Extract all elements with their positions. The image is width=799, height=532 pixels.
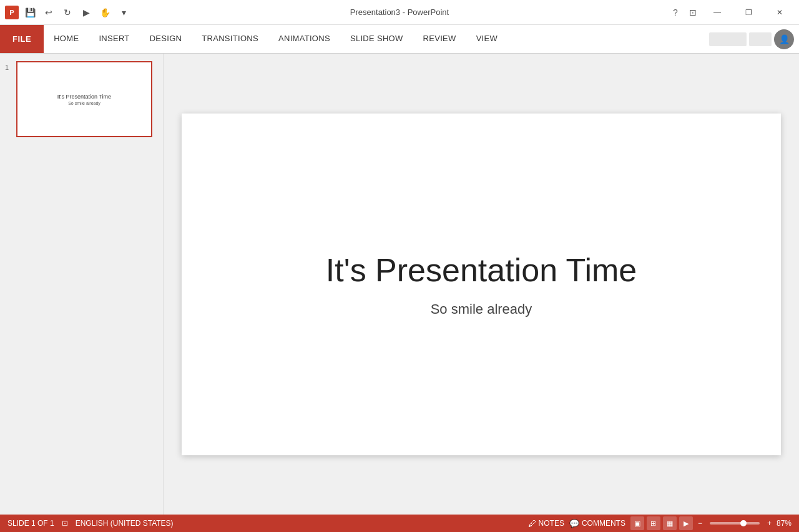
slide-panel: 1 It's Presentation Time So smile alread… <box>0 54 164 515</box>
minimize-button[interactable]: — <box>703 3 732 22</box>
canvas-area: It's Presentation Time So smile already <box>164 54 799 515</box>
ribbon-right: 👤 <box>709 25 799 53</box>
notes-icon: 🖊 <box>528 519 536 528</box>
dropdown-icon[interactable]: ▾ <box>116 5 131 20</box>
fit-to-window-icon[interactable]: ⊡ <box>62 519 68 528</box>
avatar[interactable]: 👤 <box>774 29 794 49</box>
thumb-subtitle: So smile already <box>68 101 100 105</box>
comments-label: COMMENTS <box>582 519 625 528</box>
view-icons: ▣ ⊞ ▦ ▶ <box>630 516 693 530</box>
comments-icon: 💬 <box>569 519 579 528</box>
ribbon-design-tab[interactable]: DESIGN <box>140 25 192 53</box>
maximize-button[interactable]: ❐ <box>734 3 763 22</box>
title-bar-controls: ? ⊡ — ❐ ✕ <box>668 3 794 22</box>
ribbon-transitions-tab[interactable]: TRANSITIONS <box>192 25 268 53</box>
main-area: 1 It's Presentation Time So smile alread… <box>0 54 799 515</box>
undo-icon[interactable]: ↩ <box>41 5 56 20</box>
zoom-out-icon[interactable]: − <box>698 519 702 528</box>
ppt-logo: P <box>5 6 19 19</box>
slide-thumbnail[interactable]: It's Presentation Time So smile already <box>16 61 152 137</box>
thumb-title: It's Presentation Time <box>57 94 111 100</box>
slide-main-title: It's Presentation Time <box>326 251 637 289</box>
slide-sorter-icon[interactable]: ⊞ <box>647 516 660 530</box>
ribbon-home-tab[interactable]: HOME <box>44 25 89 53</box>
reading-view-icon[interactable]: ▦ <box>663 516 677 530</box>
notes-button[interactable]: 🖊 NOTES <box>528 519 564 528</box>
ribbon-review-tab[interactable]: REVIEW <box>413 25 466 53</box>
close-button[interactable]: ✕ <box>765 3 794 22</box>
slide-main-subtitle: So smile already <box>431 301 532 317</box>
slide-thumb-container: 1 It's Presentation Time So smile alread… <box>5 61 158 137</box>
save-icon[interactable]: 💾 <box>22 5 37 20</box>
ribbon: FILE HOME INSERT DESIGN TRANSITIONS ANIM… <box>0 25 799 54</box>
zoom-level[interactable]: 87% <box>777 519 792 528</box>
help-icon[interactable]: ? <box>668 5 683 20</box>
zoom-thumb <box>740 520 747 526</box>
slide-number: 1 <box>5 64 12 71</box>
language-info[interactable]: ENGLISH (UNITED STATES) <box>76 519 174 528</box>
slide-info: SLIDE 1 OF 1 <box>7 519 54 528</box>
zoom-in-icon[interactable]: + <box>767 519 772 528</box>
title-bar-left: P 💾 ↩ ↻ ▶ ✋ ▾ <box>5 5 131 20</box>
touch-icon[interactable]: ✋ <box>97 5 112 20</box>
ribbon-view-tab[interactable]: VIEW <box>466 25 507 53</box>
comments-button[interactable]: 💬 COMMENTS <box>569 519 625 528</box>
slideshow-icon[interactable]: ▶ <box>679 516 693 530</box>
restore-down-icon[interactable]: ⊡ <box>685 5 700 20</box>
status-bar-left: SLIDE 1 OF 1 ⊡ ENGLISH (UNITED STATES) <box>7 519 174 528</box>
status-bar-right: 🖊 NOTES 💬 COMMENTS ▣ ⊞ ▦ ▶ − + 87% <box>528 516 792 530</box>
share-box[interactable] <box>709 32 747 46</box>
ribbon-animations-tab[interactable]: ANIMATIONS <box>268 25 340 53</box>
notes-label: NOTES <box>539 519 564 528</box>
slide-canvas[interactable]: It's Presentation Time So smile already <box>182 114 781 455</box>
title-bar: P 💾 ↩ ↻ ▶ ✋ ▾ Presentation3 - PowerPoint… <box>0 0 799 25</box>
collab-box[interactable] <box>749 32 772 46</box>
redo-icon[interactable]: ↻ <box>60 5 75 20</box>
ribbon-insert-tab[interactable]: INSERT <box>89 25 139 53</box>
ribbon-file-tab[interactable]: FILE <box>0 25 44 53</box>
normal-view-icon[interactable]: ▣ <box>630 516 644 530</box>
status-bar: SLIDE 1 OF 1 ⊡ ENGLISH (UNITED STATES) 🖊… <box>0 515 799 532</box>
zoom-slider[interactable] <box>710 522 760 525</box>
ribbon-slideshow-tab[interactable]: SLIDE SHOW <box>340 25 413 53</box>
app-title: Presentation3 - PowerPoint <box>131 7 668 17</box>
present-icon[interactable]: ▶ <box>79 5 94 20</box>
